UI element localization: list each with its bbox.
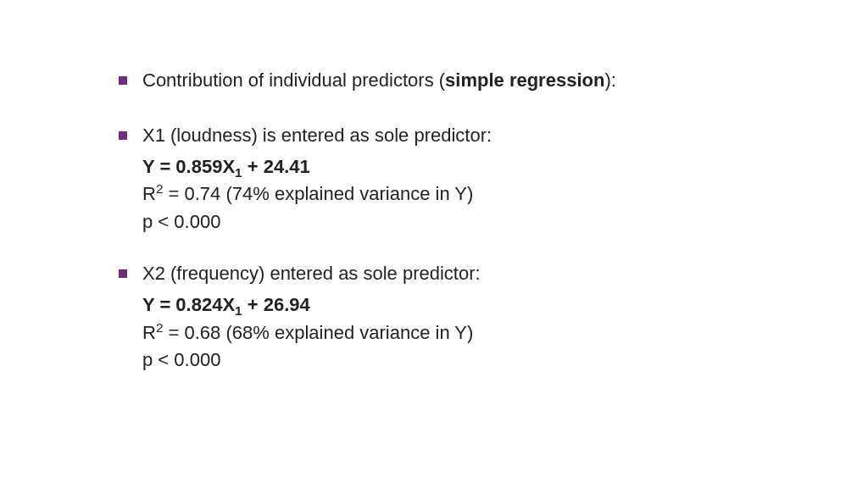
x1-pvalue: p < 0.000 <box>142 209 817 236</box>
x2-header: X2 (frequency) entered as sole predictor… <box>142 263 481 284</box>
bullet-item-x2: X2 (frequency) entered as sole predictor… <box>119 261 817 287</box>
spacer <box>119 99 817 123</box>
bullet-marker-icon <box>119 76 127 85</box>
bullet-title-content: Contribution of individual predictors (s… <box>142 68 817 94</box>
x1-equation: Y = 0.859X1 + 24.41 <box>142 154 817 180</box>
x2-equation: Y = 0.824X1 + 26.94 <box>142 292 817 319</box>
bullet-marker-icon <box>119 269 127 278</box>
x2-eq-post: + 26.94 <box>242 294 310 315</box>
title-bold: simple regression <box>445 69 604 91</box>
title-prefix: Contribution of individual predictors ( <box>142 69 445 91</box>
bullet-item-title: Contribution of individual predictors (s… <box>119 68 817 94</box>
x2-r2-post: = 0.68 (68% explained variance in Y) <box>163 322 473 343</box>
x1-r2-post: = 0.74 (74% explained variance in Y) <box>163 183 473 204</box>
bullet-x2-content: X2 (frequency) entered as sole predictor… <box>142 261 817 287</box>
bullet-x1-content: X1 (loudness) is entered as sole predict… <box>142 123 817 149</box>
x2-eq-sub: 1 <box>235 303 242 318</box>
bullet-marker-icon <box>119 131 127 140</box>
nested-lines-x2: Y = 0.824X1 + 26.94 R2 = 0.68 (68% expla… <box>119 292 817 374</box>
x1-r2-pre: R <box>142 183 156 204</box>
spacer <box>119 237 817 261</box>
x1-header: X1 (loudness) is entered as sole predict… <box>142 125 492 146</box>
title-suffix: ): <box>604 69 615 91</box>
x1-eq-pre: Y = 0.859X <box>142 156 235 177</box>
x2-r2: R2 = 0.68 (68% explained variance in Y) <box>142 320 817 347</box>
nested-lines-x1: Y = 0.859X1 + 24.41 R2 = 0.74 (74% expla… <box>119 154 817 236</box>
x2-eq-pre: Y = 0.824X <box>142 294 235 315</box>
x2-r2-pre: R <box>142 322 156 343</box>
x1-eq-sub: 1 <box>235 165 242 180</box>
bullet-item-x1: X1 (loudness) is entered as sole predict… <box>119 123 817 149</box>
x1-r2: R2 = 0.74 (74% explained variance in Y) <box>142 181 817 208</box>
x2-pvalue: p < 0.000 <box>142 347 817 374</box>
x1-eq-post: + 24.41 <box>242 156 310 177</box>
